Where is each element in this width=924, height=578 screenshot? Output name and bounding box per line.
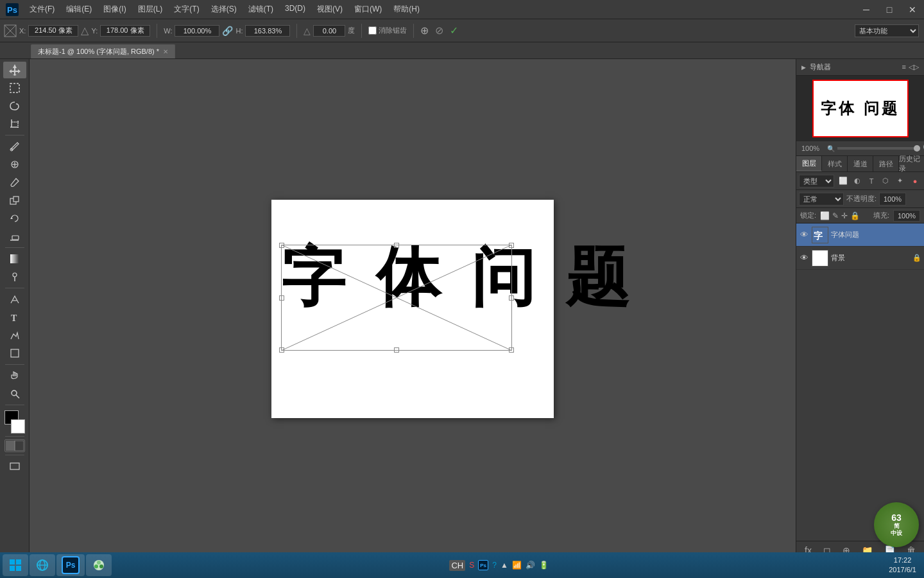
- filter-text-icon[interactable]: T: [865, 175, 878, 188]
- taskbar-ie[interactable]: [30, 554, 55, 576]
- tab-close-button[interactable]: ✕: [163, 48, 168, 55]
- x-input[interactable]: [28, 25, 78, 37]
- tab-history[interactable]: 历史记录: [899, 156, 924, 171]
- warp-icon[interactable]: ⊕: [420, 24, 429, 37]
- color-swatch[interactable]: [3, 410, 26, 434]
- screen-mode-btn[interactable]: [3, 458, 26, 475]
- handle-bottom-left[interactable]: [279, 347, 284, 353]
- tray-battery-icon[interactable]: 🔋: [539, 561, 549, 570]
- layer-item-text[interactable]: 👁 字 字体问题: [796, 223, 924, 247]
- menu-3d[interactable]: 3D(D): [280, 3, 311, 16]
- tray-cn-icon[interactable]: CH: [449, 560, 465, 571]
- angle-input[interactable]: [313, 25, 345, 37]
- tray-sogou-icon[interactable]: S: [469, 561, 474, 570]
- eyedropper-tool[interactable]: [3, 138, 26, 155]
- layer-visibility-eye-1[interactable]: 👁: [799, 230, 809, 240]
- menu-image[interactable]: 图像(I): [98, 3, 131, 16]
- menu-text[interactable]: 文字(T): [169, 3, 204, 16]
- minimize-button[interactable]: ─: [855, 0, 878, 19]
- navigator-expand-icon[interactable]: ◁▷: [909, 63, 919, 71]
- move-tool[interactable]: [3, 62, 26, 78]
- y-input[interactable]: [100, 25, 150, 37]
- w-input[interactable]: [175, 25, 219, 37]
- navigator-thumb-text: 字体 问题: [821, 98, 900, 119]
- document-tab[interactable]: 未标题-1 @ 100% (字体问题, RGB/8) * ✕: [31, 44, 175, 58]
- menu-window[interactable]: 窗口(W): [349, 3, 387, 16]
- tray-sound-icon[interactable]: 🔊: [526, 561, 535, 570]
- brush-tool[interactable]: [3, 174, 26, 191]
- filter-adjust-icon[interactable]: ◐: [851, 175, 864, 188]
- pen-tool[interactable]: [3, 291, 26, 308]
- taskbar-paint[interactable]: [86, 554, 112, 576]
- navigator-menu-icon[interactable]: ≡: [902, 63, 906, 71]
- lock-pos-icon[interactable]: ✛: [841, 211, 848, 220]
- tab-style[interactable]: 样式: [822, 156, 848, 171]
- tray-arrow-icon[interactable]: ▲: [501, 561, 508, 570]
- clone-tool[interactable]: [3, 192, 26, 209]
- taskbar-clock[interactable]: 17:22 2017/6/1: [889, 556, 921, 575]
- navigator-zoom-slider[interactable]: [837, 147, 920, 150]
- close-button[interactable]: ✕: [901, 0, 924, 19]
- tab-channels[interactable]: 通道: [848, 156, 873, 171]
- menu-view[interactable]: 视图(V): [312, 3, 348, 16]
- dodge-tool[interactable]: [3, 268, 26, 285]
- filter-pixel-icon[interactable]: ⬜: [837, 175, 850, 188]
- selection-tool[interactable]: [3, 80, 26, 96]
- layer-visibility-eye-2[interactable]: 👁: [799, 253, 809, 263]
- start-button[interactable]: [3, 554, 28, 576]
- lasso-tool[interactable]: [3, 98, 26, 114]
- lock-all-icon[interactable]: 🔒: [850, 211, 860, 220]
- menu-select[interactable]: 选择(S): [206, 3, 242, 16]
- layer-item-bg[interactable]: 👁 背景 🔒: [796, 247, 924, 270]
- gradient-tool[interactable]: [3, 250, 26, 267]
- tray-q-icon[interactable]: ?: [492, 561, 497, 570]
- x-label: X:: [19, 27, 26, 35]
- handle-bottom-right[interactable]: [509, 347, 514, 353]
- zoom-out-icon[interactable]: 🔍: [827, 145, 835, 152]
- tray-ps-small-icon[interactable]: Ps: [478, 560, 488, 570]
- confirm-transform-icon[interactable]: ✓: [450, 24, 458, 37]
- blend-mode-select[interactable]: 正常: [799, 193, 844, 206]
- anti-alias-check[interactable]: [368, 26, 377, 35]
- layer-type-filter[interactable]: 类型: [799, 175, 834, 188]
- anti-alias-checkbox[interactable]: 消除锯齿: [368, 26, 407, 35]
- menu-edit[interactable]: 编辑(E): [61, 3, 97, 16]
- menu-help[interactable]: 帮助(H): [388, 3, 425, 16]
- lock-pixels-icon[interactable]: ⬜: [820, 211, 830, 220]
- shape-tool[interactable]: [3, 345, 26, 362]
- chain-link-icon[interactable]: 🔗: [222, 26, 233, 36]
- filter-toggle-icon[interactable]: ●: [909, 175, 921, 188]
- eraser-tool[interactable]: [3, 228, 26, 245]
- fill-input[interactable]: [893, 210, 920, 222]
- cancel-transform-icon[interactable]: ⊘: [435, 24, 443, 37]
- opacity-input[interactable]: [879, 193, 906, 206]
- fill-label: 填充:: [873, 211, 889, 220]
- handle-bottom-center[interactable]: [394, 347, 399, 353]
- canvas-container: 字 体 问 题: [271, 200, 554, 418]
- h-input[interactable]: [245, 25, 290, 37]
- lock-brush-icon[interactable]: ✎: [832, 211, 839, 220]
- filter-smart-icon[interactable]: ✦: [893, 175, 906, 188]
- link-wh-icon[interactable]: △: [81, 24, 89, 37]
- background-color[interactable]: [11, 419, 25, 434]
- app-badge[interactable]: 63 简中设: [874, 502, 919, 547]
- heal-tool[interactable]: [3, 156, 26, 173]
- menu-filter[interactable]: 滤镜(T): [243, 3, 278, 16]
- workspace-select[interactable]: 基本功能: [855, 24, 919, 37]
- filter-shape-icon[interactable]: ⬡: [879, 175, 892, 188]
- quick-mask-tool[interactable]: [4, 439, 25, 452]
- tab-paths[interactable]: 路径: [873, 156, 899, 171]
- maximize-button[interactable]: □: [878, 0, 901, 19]
- menu-file[interactable]: 文件(F): [24, 3, 60, 16]
- text-tool[interactable]: T: [3, 309, 26, 326]
- tray-network-icon[interactable]: 📶: [512, 561, 522, 570]
- taskbar-ps[interactable]: Ps: [56, 554, 85, 576]
- navigator-collapse-icon[interactable]: ▶: [801, 64, 806, 71]
- menu-layer[interactable]: 图层(L): [133, 3, 168, 16]
- crop-tool[interactable]: [3, 116, 26, 132]
- zoom-tool[interactable]: [3, 385, 26, 402]
- tab-layers[interactable]: 图层: [796, 156, 822, 171]
- history-brush[interactable]: [3, 210, 26, 227]
- hand-tool[interactable]: [3, 367, 26, 384]
- path-select-tool[interactable]: [3, 327, 26, 344]
